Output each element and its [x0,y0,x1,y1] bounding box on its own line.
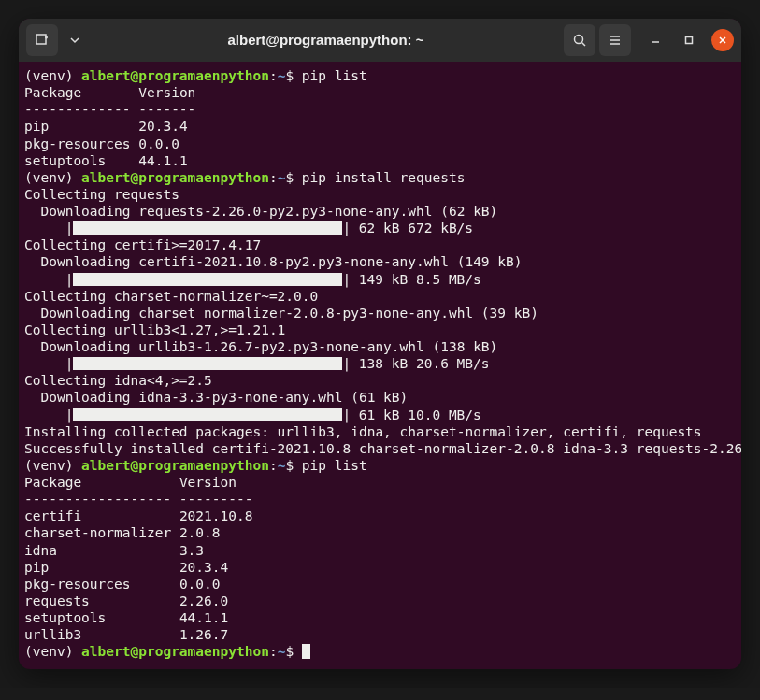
bar-indent [24,356,65,371]
table-cell: 2.0.8 [179,525,221,540]
hamburger-icon [608,33,623,48]
bar-pipe: | [342,221,351,236]
prompt-venv: (venv) [24,170,81,185]
svg-rect-0 [36,35,46,44]
pip-list-1-sep: ------------- ------- [24,102,195,117]
table-cell: 44.1.1 [138,153,187,168]
progress-bar [73,273,342,286]
bar-pipe: | [65,356,74,371]
output-line: Collecting certifi>=2017.4.17 [24,237,261,252]
search-icon [572,33,587,48]
table-row: pip [24,560,171,575]
prompt-venv: (venv) [24,644,81,659]
prompt-colon: : [269,68,278,83]
titlebar-actions [564,24,631,56]
minimize-icon [651,36,660,45]
output-line: Downloading charset_normalizer-2.0.8-py3… [24,306,538,321]
pip-list-2-header-pkg: Package [24,475,171,490]
bar-pipe: | [342,356,351,371]
prompt-venv: (venv) [24,458,81,473]
maximize-icon [684,36,694,45]
table-cell: 20.3.4 [138,119,187,134]
table-row: certifi [24,508,171,523]
search-button[interactable] [564,24,595,56]
command-pip-install: pip install requests [302,170,466,185]
output-line: Downloading requests-2.26.0-py2.py3-none… [24,204,497,219]
bar-pipe: | [342,272,351,287]
table-row: setuptools [24,153,131,168]
prompt-user-host: albert@programaenpython [81,68,269,83]
command-pip-list-1: pip list [302,68,367,83]
titlebar-left [26,24,88,56]
progress-stat: 61 kB 10.0 MB/s [351,407,481,422]
prompt-user-host: albert@programaenpython [81,458,269,473]
close-icon [718,36,727,45]
output-line: Collecting requests [24,187,179,202]
progress-stat: 62 kB 672 kB/s [351,221,473,236]
bar-indent [24,272,65,287]
prompt-dollar: $ [285,458,301,473]
pip-list-1-header-ver: Version [138,85,195,100]
progress-bar [73,408,342,421]
svg-rect-2 [686,37,693,44]
table-row: requests [24,593,171,608]
table-row: pip [24,119,131,134]
bar-indent [24,407,65,422]
output-line: Downloading idna-3.3-py3-none-any.whl (6… [24,390,408,405]
prompt-dollar: $ [285,68,301,83]
table-row: pkg-resources [24,136,131,151]
bar-indent [24,221,65,236]
command-pip-list-2: pip list [302,458,367,473]
terminal-window: albert@programaenpython: ~ [19,19,741,669]
output-line: Collecting urllib3<1.27,>=1.21.1 [24,322,285,337]
prompt-colon: : [269,458,278,473]
minimize-button[interactable] [644,29,667,51]
table-row: setuptools [24,610,171,625]
window-controls [644,29,734,51]
table-cell: 3.3 [179,543,204,558]
titlebar: albert@programaenpython: ~ [19,19,741,62]
output-line: Downloading urllib3-1.26.7-py2.py3-none-… [24,339,497,354]
window-title: albert@programaenpython: ~ [93,32,558,50]
menu-button[interactable] [599,24,631,56]
prompt-dollar: $ [285,170,301,185]
prompt-dollar: $ [285,644,301,659]
bar-pipe: | [65,407,74,422]
svg-point-1 [575,36,583,44]
prompt-venv: (venv) [24,68,81,83]
output-line: Installing collected packages: urllib3, … [24,424,702,439]
space [131,85,139,100]
progress-bar [73,221,342,235]
output-line: Collecting charset-normalizer~=2.0.0 [24,289,318,304]
prompt-user-host: albert@programaenpython [81,644,269,659]
output-line: Downloading certifi-2021.10.8-py2.py3-no… [24,254,523,269]
bar-pipe: | [342,407,351,422]
table-cell: 20.3.4 [179,560,228,575]
table-cell: 2021.10.8 [179,508,253,523]
progress-stat: 138 kB 20.6 MB/s [351,356,489,371]
table-row: charset-normalizer [24,525,171,540]
tab-dropdown-button[interactable] [62,27,88,53]
progress-stat: 149 kB 8.5 MB/s [351,272,481,287]
cursor [302,644,310,659]
maximize-button[interactable] [678,29,700,51]
pip-list-1-header-pkg: Package [24,85,131,100]
terminal-body[interactable]: (venv) albert@programaenpython:~$ pip li… [19,62,741,669]
progress-bar [73,357,342,370]
new-tab-button[interactable] [26,24,58,56]
prompt-user-host: albert@programaenpython [81,170,269,185]
bar-pipe: | [65,272,74,287]
table-cell: 2.26.0 [179,593,228,608]
prompt-colon: : [269,170,278,185]
table-cell: 1.26.7 [179,627,228,642]
bar-pipe: | [65,221,74,236]
output-line: Successfully installed certifi-2021.10.8… [24,441,741,456]
chevron-down-icon [70,36,79,45]
table-row: pkg-resources [24,577,171,592]
new-tab-icon [35,33,50,48]
table-cell: 0.0.0 [179,577,221,592]
prompt-colon: : [269,644,278,659]
output-line: Collecting idna<4,>=2.5 [24,373,212,388]
close-button[interactable] [711,29,734,51]
table-row: idna [24,543,171,558]
